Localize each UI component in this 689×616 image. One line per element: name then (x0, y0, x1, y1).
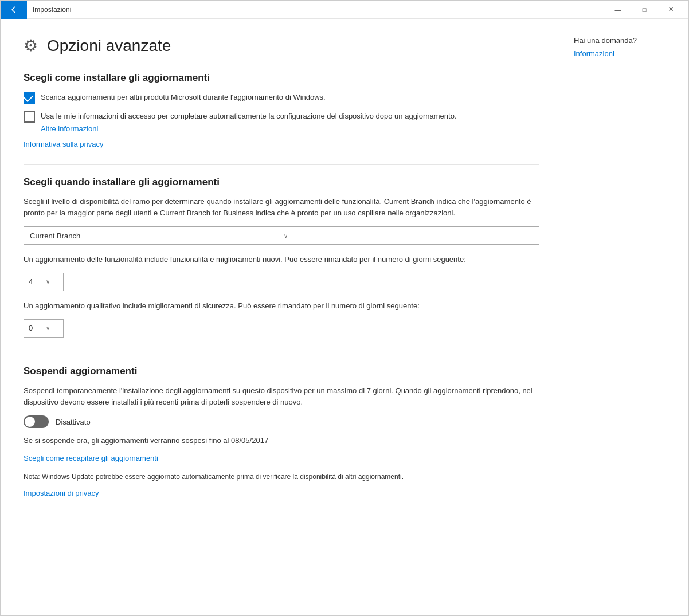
page-header: ⚙ Opzioni avanzate (24, 36, 539, 55)
main-content: ⚙ Opzioni avanzate Scegli come installar… (1, 19, 562, 615)
section-install-how: Scegli come installare gli aggiornamenti… (24, 72, 539, 148)
suspend-toggle[interactable] (24, 415, 49, 428)
section-install-when: Scegli quando installare gli aggiornamen… (24, 176, 539, 338)
delivery-link[interactable]: Scegli come recapitare gli aggiornamenti (24, 454, 539, 462)
section3-title: Sospendi aggiornamenti (24, 366, 539, 377)
section2-body: Scegli il livello di disponibilità del r… (24, 196, 539, 220)
quality-days-dropdown[interactable]: 0 ∨ (24, 319, 64, 338)
branch-dropdown[interactable]: Current Branch ∨ (24, 226, 539, 245)
branch-dropdown-value: Current Branch (30, 232, 279, 240)
checkbox1-label: Scarica aggiornamenti per altri prodotti… (41, 92, 326, 103)
quality-days-value: 0 (29, 324, 41, 332)
back-button[interactable] (1, 1, 27, 19)
branch-dropdown-arrow: ∨ (284, 233, 533, 239)
divider-2 (24, 354, 539, 354)
quality-days-arrow: ∨ (46, 325, 58, 331)
section-suspend: Sospendi aggiornamenti Sospendi temporan… (24, 366, 539, 498)
feature-days-value: 4 (29, 277, 41, 286)
close-button[interactable]: ✕ (657, 1, 684, 19)
checkbox-row-1: Scarica aggiornamenti per altri prodotti… (24, 92, 539, 104)
titlebar: Impostazioni — □ ✕ (1, 1, 688, 19)
toggle-label: Disattivato (56, 418, 91, 426)
sidebar-right: Hai una domanda? Informazioni (562, 19, 688, 615)
privacy-policy-link[interactable]: Informativa sulla privacy (24, 140, 539, 148)
minimize-button[interactable]: — (605, 1, 631, 19)
content-area: ⚙ Opzioni avanzate Scegli come installar… (1, 19, 688, 615)
feature-days-arrow: ∨ (46, 278, 58, 285)
maximize-button[interactable]: □ (631, 1, 657, 19)
window-title: Impostazioni (33, 6, 605, 14)
checkbox2-label: Usa le mie informazioni di accesso per c… (41, 112, 457, 120)
quality-update-label: Un aggiornamento qualitativo include mig… (24, 300, 539, 312)
section2-title: Scegli quando installare gli aggiornamen… (24, 176, 539, 188)
settings-icon: ⚙ (24, 36, 38, 55)
checkbox-microsoft-updates[interactable] (24, 92, 35, 104)
sidebar-question: Hai una domanda? (574, 36, 677, 45)
altre-informazioni-link[interactable]: Altre informazioni (41, 124, 457, 133)
toggle-container: Disattivato (24, 415, 539, 428)
suspend-date-text: Se si sospende ora, gli aggiornamenti ve… (24, 436, 539, 445)
divider-1 (24, 164, 539, 165)
settings-window: Impostazioni — □ ✕ ⚙ Opzioni avanzate Sc… (0, 0, 689, 616)
checkbox-auto-login[interactable] (24, 111, 35, 123)
sidebar-info-link[interactable]: Informazioni (574, 49, 614, 58)
page-title: Opzioni avanzate (47, 37, 171, 55)
note-text: Nota: Windows Update potrebbe essere agg… (24, 472, 539, 482)
feature-days-dropdown[interactable]: 4 ∨ (24, 273, 64, 291)
section3-body: Sospendi temporaneamente l'installazione… (24, 385, 539, 409)
window-controls: — □ ✕ (605, 1, 684, 19)
privacy-settings-link[interactable]: Impostazioni di privacy (24, 489, 539, 497)
section1-title: Scegli come installare gli aggiornamenti (24, 72, 539, 84)
feature-update-label: Un aggiornamento delle funzionalità incl… (24, 254, 539, 266)
checkbox-row-2: Usa le mie informazioni di accesso per c… (24, 111, 539, 133)
